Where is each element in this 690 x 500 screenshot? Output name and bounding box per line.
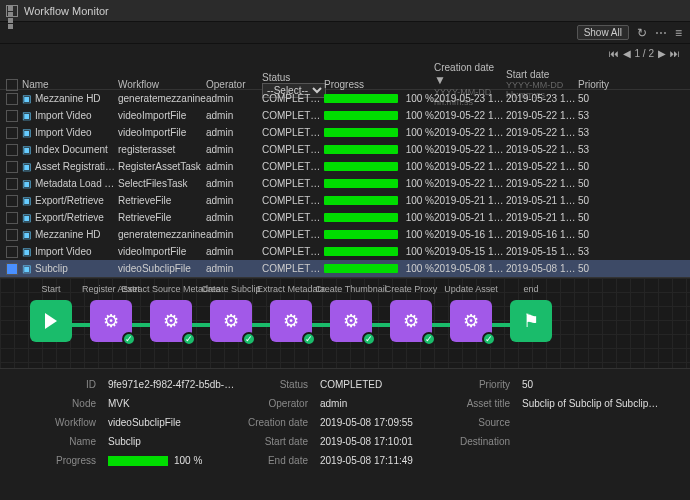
row-checkbox[interactable] [6, 161, 18, 173]
col-creation[interactable]: Creation date [434, 62, 494, 73]
select-all-checkbox[interactable] [6, 79, 18, 91]
cell-created: 2019-05-21 16:36:03 [434, 212, 506, 223]
col-status[interactable]: Status [262, 72, 324, 83]
workflow-node[interactable]: Update Asset⚙✓ [450, 300, 492, 342]
cell-created: 2019-05-22 17:51:23 [434, 127, 506, 138]
cell-name: ▣Mezzanine HD [22, 229, 118, 240]
cell-started: 2019-05-22 17:51:26 [506, 127, 578, 138]
cell-priority: 50 [578, 161, 608, 172]
workflow-node[interactable]: Extract Metadata⚙✓ [270, 300, 312, 342]
row-checkbox[interactable] [6, 212, 18, 224]
table-row[interactable]: ▣Mezzanine HDgeneratemezzanineadminCOMPL… [0, 226, 690, 243]
progress-pct: 100 % [402, 229, 434, 240]
cell-created: 2019-05-15 16:51:24 [434, 246, 506, 257]
cell-name: ▣Asset Registration T... [22, 161, 118, 172]
pager-last-icon[interactable]: ⏭ [670, 48, 680, 59]
cell-status: COMPLETED [262, 212, 324, 223]
lbl-start: Start date [244, 436, 314, 447]
pager-next-icon[interactable]: ▶ [658, 48, 666, 59]
sort-desc-icon[interactable]: ▼ [434, 73, 446, 87]
lbl-status: Status [244, 379, 314, 390]
progress-bar [324, 247, 398, 256]
col-priority[interactable]: Priority [578, 79, 608, 90]
workflow-node[interactable]: Create Thumbnail⚙✓ [330, 300, 372, 342]
progress-bar [324, 213, 398, 222]
table-row[interactable]: ▣Import VideovideoImportFileadminCOMPLET… [0, 124, 690, 141]
workflow-node[interactable]: Create Proxy⚙✓ [390, 300, 432, 342]
col-progress[interactable]: Progress [324, 79, 434, 90]
lbl-end: End date [244, 455, 314, 466]
val-workflow: videoSubclipFile [108, 417, 238, 428]
table-row[interactable]: ▣Import VideovideoImportFileadminCOMPLET… [0, 107, 690, 124]
row-checkbox[interactable] [6, 110, 18, 122]
more-icon[interactable]: ⋯ [655, 26, 667, 40]
row-checkbox[interactable] [6, 195, 18, 207]
refresh-icon[interactable]: ↻ [637, 26, 647, 40]
success-badge-icon: ✓ [182, 332, 196, 346]
table-row[interactable]: ▣Asset Registration T...RegisterAssetTas… [0, 158, 690, 175]
workflow-node[interactable]: end⚑ [510, 300, 552, 342]
cell-created: 2019-05-08 17:09:55 [434, 263, 506, 274]
cell-name: ▣Metadata Load Task [22, 178, 118, 189]
val-operator: admin [320, 398, 440, 409]
show-all-button[interactable]: Show All [577, 25, 629, 40]
cell-priority: 50 [578, 178, 608, 189]
cell-created: 2019-05-22 17:46:35 [434, 178, 506, 189]
pager-prev-icon[interactable]: ◀ [623, 48, 631, 59]
cell-progress: 100 % [324, 93, 434, 104]
cell-progress: 100 % [324, 127, 434, 138]
app-logo [6, 5, 18, 17]
table-row[interactable]: ▣Metadata Load TaskSelectFilesTaskadminC… [0, 175, 690, 192]
row-checkbox[interactable] [6, 229, 18, 241]
item-type-icon: ▣ [22, 110, 31, 121]
table-row[interactable]: ▣Mezzanine HDgeneratemezzanineadminCOMPL… [0, 90, 690, 107]
row-checkbox[interactable] [6, 263, 18, 275]
cell-operator: admin [206, 178, 262, 189]
row-checkbox[interactable] [6, 127, 18, 139]
item-type-icon: ▣ [22, 195, 31, 206]
progress-pct: 100 % [402, 127, 434, 138]
menu-icon[interactable]: ≡ [675, 26, 682, 40]
cell-started: 2019-05-15 16:51:27 [506, 246, 578, 257]
col-workflow[interactable]: Workflow [118, 79, 206, 90]
progress-pct: 100 % [402, 93, 434, 104]
col-operator[interactable]: Operator [206, 79, 262, 90]
table-header: Name Workflow Operator Status --Select--… [0, 62, 690, 90]
workflow-node[interactable]: Register Asset⚙✓ [90, 300, 132, 342]
table-row[interactable]: ▣Export/RetrieveRetrieveFileadminCOMPLET… [0, 209, 690, 226]
val-name: Subclip [108, 436, 238, 447]
workflow-node[interactable]: Extract Source Metadata⚙✓ [150, 300, 192, 342]
node-label: end [523, 284, 538, 294]
cell-started: 2019-05-21 16:39:45 [506, 195, 578, 206]
cell-priority: 53 [578, 144, 608, 155]
cell-status: COMPLETED [262, 263, 324, 274]
workflow-node[interactable]: Create Subclip⚙✓ [210, 300, 252, 342]
item-type-icon: ▣ [22, 246, 31, 257]
col-start[interactable]: Start date [506, 69, 549, 80]
workflow-graph: StartRegister Asset⚙✓Extract Source Meta… [0, 277, 690, 369]
row-checkbox[interactable] [6, 178, 18, 190]
table-row[interactable]: ▣Import VideovideoImportFileadminCOMPLET… [0, 243, 690, 260]
pager-text: 1 / 2 [635, 48, 654, 59]
row-checkbox[interactable] [6, 246, 18, 258]
cell-priority: 50 [578, 263, 608, 274]
progress-pct: 100 % [402, 195, 434, 206]
table-row[interactable]: ▣Index DocumentregisterassetadminCOMPLET… [0, 141, 690, 158]
table-row[interactable]: ▣Export/RetrieveRetrieveFileadminCOMPLET… [0, 192, 690, 209]
lbl-asset-title: Asset title [446, 398, 516, 409]
progress-pct: 100 % [402, 110, 434, 121]
col-name[interactable]: Name [22, 79, 118, 90]
cell-created: 2019-05-21 16:39:41 [434, 195, 506, 206]
row-checkbox[interactable] [6, 93, 18, 105]
success-badge-icon: ✓ [242, 332, 256, 346]
workflow-node[interactable]: Start [30, 300, 72, 342]
cell-progress: 100 % [324, 229, 434, 240]
table-row[interactable]: ▣SubclipvideoSubclipFileadminCOMPLETED10… [0, 260, 690, 277]
pager-first-icon[interactable]: ⏮ [609, 48, 619, 59]
cell-operator: admin [206, 127, 262, 138]
cell-progress: 100 % [324, 212, 434, 223]
cell-status: COMPLETED [262, 195, 324, 206]
progress-bar [324, 196, 398, 205]
progress-bar [324, 111, 398, 120]
row-checkbox[interactable] [6, 144, 18, 156]
